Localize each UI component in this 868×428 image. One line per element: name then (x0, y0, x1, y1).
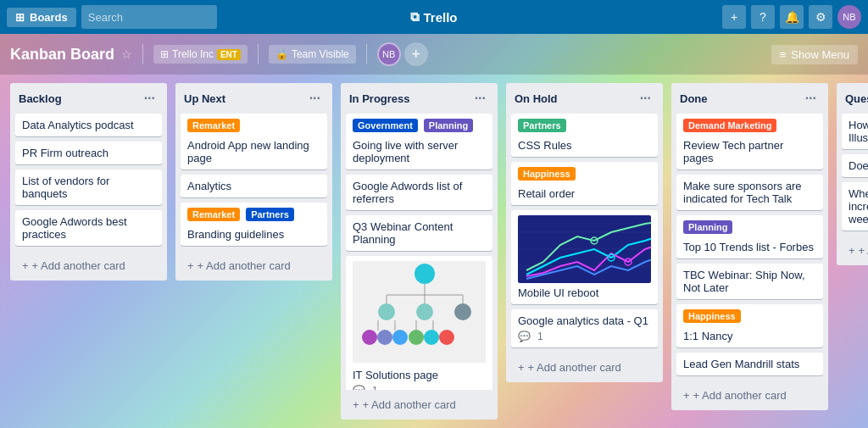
list-cards-questions: How do you ac... Illustrator? Does Scree… (837, 114, 868, 236)
menu-icon: ≡ (780, 48, 787, 61)
plus-icon: + (353, 398, 359, 411)
card-android-app[interactable]: Remarket Android App new landing page (181, 114, 327, 170)
grid-icon: ⊞ (15, 11, 25, 24)
add-card-label: + Add another card (198, 259, 291, 272)
comment-count-2: 1 (537, 331, 543, 342)
list-menu-button-on-hold[interactable]: ··· (637, 90, 654, 107)
info-button[interactable]: ? (751, 5, 775, 29)
card-adwords-referrers[interactable]: Google Adwords list of referrers (346, 175, 492, 210)
org-button[interactable]: ⊞ Trello Inc ENT (153, 45, 248, 64)
list-header-backlog: Backlog ··· (10, 83, 167, 114)
topbar-right: + ? 🔔 ⚙ NB (722, 5, 861, 29)
card-server-deployment[interactable]: Government Planning Going live with serv… (346, 114, 492, 170)
label-partners: Partners (246, 208, 294, 221)
card-top-10-trends[interactable]: Planning Top 10 Trends list - Forbes (676, 215, 823, 258)
add-card-label: + Add another card (32, 259, 125, 272)
label-government: Government (353, 119, 418, 132)
add-card-label: + Add another card (528, 361, 621, 374)
list-menu-button-done[interactable]: ··· (802, 90, 820, 107)
card-text: How do you ac... Illustrator? (849, 119, 868, 144)
add-button[interactable]: + (722, 5, 746, 29)
card-it-solutions[interactable]: IT Solutions page 💬 1 (346, 256, 492, 390)
add-card-button-on-hold[interactable]: + + Add another card (513, 358, 656, 377)
card-1on1-nancy[interactable]: Happiness 1:1 Nancy (676, 304, 823, 347)
member-avatar-1[interactable]: NB (377, 42, 401, 66)
card-branding[interactable]: Remarket Partners Branding guidelines (181, 203, 327, 246)
card-screenh-q[interactable]: Does Screenh... (842, 154, 868, 177)
show-menu-button[interactable]: ≡ Show Menu (771, 45, 858, 64)
card-increase-q[interactable]: When does the increase - bef... week? (842, 182, 868, 231)
add-card-button-backlog[interactable]: + + Add another card (17, 256, 160, 275)
add-card-label: + Add another c... (859, 244, 868, 257)
lock-icon: 🔒 (275, 48, 288, 60)
list-title-on-hold: On Hold (515, 92, 558, 105)
card-google-analytics[interactable]: Google analytics data - Q1 💬 1 (511, 309, 658, 347)
list-title-in-progress: In Progress (349, 92, 410, 105)
label-happiness: Happiness (518, 167, 576, 181)
plus-icon: + (22, 259, 29, 272)
ent-badge: ENT (217, 49, 241, 60)
card-analytics[interactable]: Analytics (181, 175, 327, 197)
list-footer-questions: + + Add another c... (837, 236, 868, 265)
add-card-button-done[interactable]: + + Add another card (678, 386, 821, 405)
card-google-adwords-best[interactable]: Google Adwords best practices (15, 210, 162, 246)
board-title[interactable]: Kanban Board (10, 46, 114, 64)
card-text: Retail order (518, 187, 575, 200)
list-menu-button-up-next[interactable]: ··· (306, 90, 324, 107)
board-members: NB + (377, 42, 428, 66)
card-illustrator-q[interactable]: How do you ac... Illustrator? (842, 114, 868, 149)
plus-icon: + (187, 259, 194, 272)
trello-logo-icon: ⧉ (410, 9, 420, 25)
list-footer-on-hold: + + Add another card (506, 353, 663, 382)
card-mobile-ui[interactable]: Mobile UI reboot (511, 210, 658, 304)
list-up-next: Up Next ··· Remarket Android App new lan… (175, 83, 332, 281)
analytics-chart-image (518, 215, 651, 283)
card-meta-analytics: 💬 1 (518, 331, 651, 342)
org-name: Trello Inc (172, 48, 214, 60)
list-header-up-next: Up Next ··· (175, 83, 332, 114)
visibility-button[interactable]: 🔒 Team Visible (269, 45, 356, 64)
list-menu-button-in-progress[interactable]: ··· (471, 90, 489, 107)
svg-point-13 (362, 330, 377, 345)
label-planning-2: Planning (683, 220, 732, 234)
list-footer-done: + + Add another card (671, 381, 828, 410)
list-header-on-hold: On Hold ··· (506, 83, 663, 114)
list-footer-up-next: + + Add another card (175, 251, 332, 281)
svg-point-14 (377, 330, 392, 345)
card-q3-webinar[interactable]: Q3 Webinar Content Planning (346, 215, 492, 251)
card-tbc-webinar[interactable]: TBC Webinar: Ship Now, Not Later (676, 264, 823, 299)
board-header: Kanban Board ☆ ⊞ Trello Inc ENT 🔒 Team V… (0, 34, 868, 75)
list-title-questions: Questions (845, 92, 868, 105)
boards-label: Boards (30, 11, 68, 24)
add-member-button[interactable]: + (404, 42, 428, 66)
list-cards-up-next: Remarket Android App new landing page An… (175, 114, 332, 251)
search-input[interactable] (81, 5, 217, 29)
org-chart-image (353, 261, 486, 365)
card-text: Google Adwords best practices (22, 215, 127, 241)
card-lead-gen[interactable]: Lead Gen Mandrill stats (676, 353, 823, 375)
card-css-rules[interactable]: Partners CSS Rules (511, 114, 658, 157)
list-cards-done: Demand Marketing Review Tech partner pag… (671, 114, 828, 381)
list-backlog: Backlog ··· Data Analytics podcast PR Fi… (10, 83, 167, 281)
notifications-button[interactable]: 🔔 (780, 5, 804, 29)
label-demand-marketing-2: Demand Marketing (683, 119, 776, 132)
add-card-button-up-next[interactable]: + + Add another card (182, 256, 326, 275)
list-title-done: Done (680, 92, 708, 105)
settings-button[interactable]: ⚙ (809, 5, 832, 29)
card-retail-order[interactable]: Happiness Retail order (511, 162, 658, 205)
card-data-analytics-podcast[interactable]: Data Analytics podcast (15, 114, 162, 136)
boards-button[interactable]: ⊞ Boards (7, 8, 76, 27)
list-menu-button-backlog[interactable]: ··· (141, 90, 159, 107)
add-card-button-questions[interactable]: + + Add another c... (843, 241, 868, 260)
list-questions: Questions ··· How do you ac... Illustrat… (837, 83, 868, 265)
label-remarket: Remarket (187, 119, 240, 132)
card-review-tech[interactable]: Demand Marketing Review Tech partner pag… (676, 114, 823, 170)
card-sponsors[interactable]: Make sure sponsors are indicated for Tec… (676, 175, 823, 210)
plus-icon: + (683, 389, 690, 402)
divider-3 (366, 44, 367, 64)
add-card-button-in-progress[interactable]: + + Add another card (348, 395, 491, 414)
card-pr-firm[interactable]: PR Firm outreach (15, 142, 162, 164)
star-icon[interactable]: ☆ (121, 47, 132, 61)
card-vendors[interactable]: List of vendors for banquets (15, 170, 162, 205)
user-avatar[interactable]: NB (837, 5, 861, 29)
